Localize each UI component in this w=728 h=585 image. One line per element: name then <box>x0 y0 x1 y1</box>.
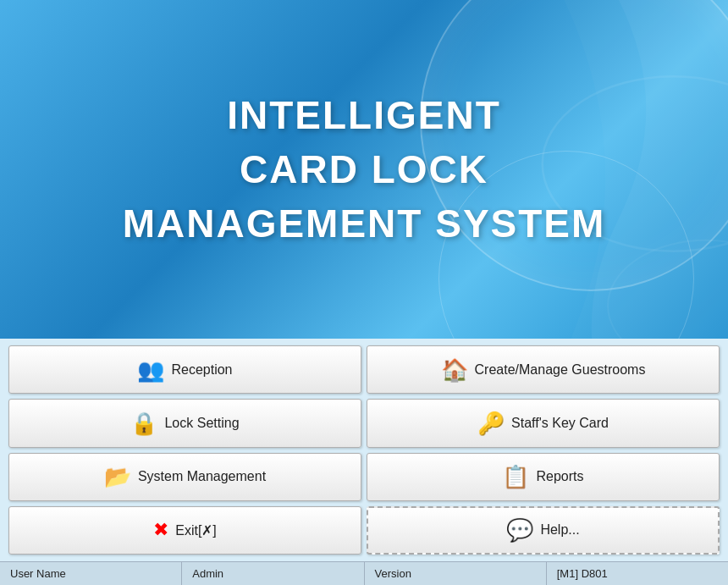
username-label: User Name <box>10 567 66 580</box>
menu-buttons-grid: 👥 Reception 🏠 Create/Manage Guestrooms 🔒… <box>0 339 728 561</box>
lock-icon: 🔒 <box>130 412 157 434</box>
guestrooms-icon: 🏠 <box>441 359 468 381</box>
username-value-cell: Admin <box>182 562 364 585</box>
title-line3: MANAGEMENT SYSTEM <box>123 201 606 246</box>
version-label-cell: Version <box>365 562 547 585</box>
exit-icon: ✖ <box>153 521 168 539</box>
username-label-cell: User Name <box>0 562 182 585</box>
key-icon: 🔑 <box>477 412 505 434</box>
staffs-key-card-button[interactable]: 🔑 Staff's Key Card <box>367 399 720 447</box>
title-line2: CARD LOCK <box>123 146 606 192</box>
help-button[interactable]: 💬 Help... <box>367 506 720 555</box>
create-guestrooms-label: Create/Manage Guestrooms <box>475 362 646 378</box>
exit-label: Exit[✗] <box>175 522 217 538</box>
version-value: [M1] D801 <box>557 567 608 580</box>
reports-icon: 📋 <box>502 466 529 488</box>
version-value-cell: [M1] D801 <box>547 562 728 585</box>
reports-button[interactable]: 📋 Reports <box>367 453 720 501</box>
hero-section: INTELLIGENT CARD LOCK MANAGEMENT SYSTEM <box>0 0 728 339</box>
version-label: Version <box>375 567 411 580</box>
staffs-key-card-label: Staff's Key Card <box>511 416 609 431</box>
create-guestrooms-button[interactable]: 🏠 Create/Manage Guestrooms <box>367 345 720 394</box>
reception-label: Reception <box>171 362 232 378</box>
exit-button[interactable]: ✖ Exit[✗] <box>8 506 361 555</box>
lock-setting-label: Lock Setting <box>164 416 239 431</box>
lock-setting-button[interactable]: 🔒 Lock Setting <box>8 399 361 447</box>
reports-label: Reports <box>536 469 583 484</box>
help-label: Help... <box>540 522 579 538</box>
reception-icon: 👥 <box>137 359 164 381</box>
main-container: INTELLIGENT CARD LOCK MANAGEMENT SYSTEM … <box>0 0 728 585</box>
reception-button[interactable]: 👥 Reception <box>8 345 361 394</box>
system-management-button[interactable]: 📂 System Management <box>8 453 361 501</box>
app-title: INTELLIGENT CARD LOCK MANAGEMENT SYSTEM <box>123 92 606 246</box>
help-icon: 💬 <box>506 519 533 541</box>
status-bar: User Name Admin Version [M1] D801 <box>0 561 728 585</box>
title-line1: INTELLIGENT <box>123 92 606 138</box>
folder-icon: 📂 <box>104 466 131 488</box>
system-management-label: System Management <box>138 469 266 484</box>
username-value: Admin <box>192 567 223 580</box>
